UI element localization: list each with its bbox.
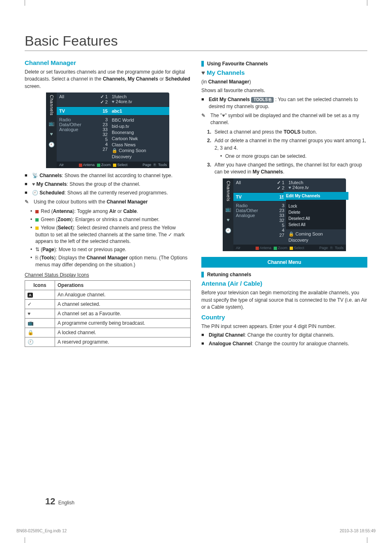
- tv1-c2-5: 4: [93, 142, 108, 147]
- table-row: 📺A programme currently being broadcast.: [25, 319, 191, 328]
- tv1-c1-2: Analogue: [59, 127, 89, 132]
- red-square-icon: [256, 247, 259, 250]
- tools-icon: ⎘: [35, 255, 38, 261]
- satellite-icon: 📡: [32, 173, 38, 178]
- b3a: Scheduled: [39, 190, 65, 196]
- heading-channel-manager: Channel Manager: [25, 59, 191, 66]
- table-row: 🕘A reserved programme.: [25, 337, 191, 347]
- tools-icon: ⎘: [154, 163, 156, 167]
- right-column: Using Favourite Channels ♥ My Channels (…: [201, 57, 367, 349]
- tv1-header: All ✓ 1 ✓ 2 1futech ♥24ore.tv: [57, 92, 169, 107]
- tv1-hl-no: 15: [91, 107, 109, 115]
- country-digital: Digital Channel: Change the country for …: [201, 332, 367, 339]
- document-footer: BN68-02589C_Eng.indb 12 2010-3-18 18:55:…: [16, 529, 376, 533]
- tv1-fav-names: 1futech ♥24ore.tv: [109, 92, 169, 106]
- tv1-c1-1: Data/Other: [59, 122, 89, 127]
- country-analogue: Analogue Channel: Change the country for…: [201, 340, 367, 347]
- page-number: 12 English: [45, 496, 74, 507]
- th-operations: Operations: [55, 281, 191, 290]
- heart-icon: ♥: [25, 309, 55, 319]
- tv1-sidebar: Channels 📺 ♥ 🕘: [46, 92, 57, 168]
- d-green: Green (Zoom): Enlarges or shrinks a chan…: [25, 216, 191, 223]
- left-column: Channel Manager Delete or set favourites…: [25, 57, 191, 349]
- note-colour-buttons: Using the colour buttons with the Channe…: [25, 199, 191, 206]
- clock-icon: 🕘: [225, 228, 231, 233]
- updown-icon: ⇅: [35, 247, 39, 252]
- th-icons: Icons: [25, 281, 55, 290]
- b2a: My Channels: [36, 181, 67, 187]
- tv1-side-label: Channels: [49, 95, 54, 116]
- heart-icon: ♥: [32, 181, 35, 187]
- section-bar-icon: [201, 272, 204, 277]
- tools-icon: ⎘: [330, 246, 332, 250]
- tv-screenshot-2: Channels 📺 ♥ 🕘 All ✓ 1 ✓ 2 1futech: [223, 178, 346, 252]
- table-header: Icons Operations: [25, 281, 191, 290]
- b1a: Channels: [39, 173, 62, 178]
- heading-my-channels: ♥ My Channels: [201, 69, 367, 76]
- crop-mark-top: [25, 0, 367, 6]
- tv2-menu-items: Lock Delete Deselect All Select All: [286, 201, 346, 229]
- two-column-layout: Channel Manager Delete or set favourites…: [25, 57, 367, 349]
- tv1-hl-name: abc1: [109, 107, 169, 115]
- intro-e: screen.: [25, 83, 41, 89]
- feature-bullets: 📡 Channels: Shows the channel list accor…: [25, 172, 191, 196]
- tv1-c3-3: Cartoon Nwk: [112, 136, 167, 142]
- tv2-fav-names: 1futech ♥24ore.tv: [286, 178, 346, 192]
- tv1-c2-3: 32: [93, 132, 108, 137]
- step-3: 3.After you have changed the settings, t…: [201, 162, 367, 176]
- tv1-c2-6: 27: [93, 147, 108, 152]
- tv1-c2-0: 3: [93, 117, 108, 122]
- tv2-c1: Radio Data/Other Analogue: [233, 201, 268, 245]
- tv1-fB: Zoom: [101, 163, 111, 167]
- table-row: ✓A channel selected.: [25, 300, 191, 309]
- d-tools: ⎘ (Tools): Displays the Channel Manager …: [25, 254, 191, 268]
- op-1: A channel selected.: [55, 300, 191, 309]
- tv2-popup-menu: Edit My Channels: [286, 193, 346, 201]
- heart-note: The "♥" symbol will be displayed and the…: [201, 112, 367, 126]
- yellow-square-icon: [35, 226, 39, 230]
- tv2-c3: Lock Delete Deselect All Select All 🔒Com…: [286, 201, 346, 245]
- tv2-side-label: Channels: [226, 181, 231, 201]
- op-4: A locked channel.: [55, 328, 191, 337]
- green-square-icon: [35, 218, 39, 222]
- tv2-all: All: [233, 178, 268, 192]
- red-square-icon: [35, 210, 39, 213]
- colour-button-list: Red (Antenna): Toggle among Air or Cable…: [25, 208, 191, 268]
- page-lang: English: [58, 500, 74, 506]
- menu-delete: Delete: [288, 209, 344, 215]
- tv1-all: All: [57, 92, 91, 106]
- tv2-pane: All ✓ 1 ✓ 2 1futech ♥24ore.tv TV 15: [233, 178, 346, 252]
- heart-icon: ♥: [226, 217, 229, 223]
- tv2-lock-row: 🔒Coming Soon: [288, 231, 344, 237]
- op-5: A reserved programme.: [55, 337, 191, 347]
- tv1-c3-1: bid-up.tv: [112, 123, 167, 129]
- tv2-highlight-row: TV 15 Edit My Channels: [233, 193, 346, 201]
- b1b: : Shows the channel list according to ch…: [62, 173, 173, 178]
- tv1-air: Air: [59, 163, 64, 167]
- page-title: Basic Features: [25, 33, 367, 51]
- tv1-footer: Air Antena Zoom Select Page ⎘ Tools: [57, 162, 169, 168]
- tv1-fav2-name: 24ore.tv: [116, 99, 132, 104]
- sec2: Retuning channels: [207, 272, 251, 277]
- heading-country: Country: [201, 314, 367, 321]
- doc-id: BN68-02589C_Eng.indb 12: [16, 529, 67, 533]
- tv1-c1-0: Radio: [59, 117, 89, 122]
- table-row: AAn Analogue channel.: [25, 290, 191, 300]
- tv-icon: 📺: [225, 206, 231, 212]
- analogue-icon: A: [25, 290, 55, 300]
- tv1-hl-label: TV: [57, 107, 91, 115]
- yellow-square-icon: [113, 164, 116, 167]
- intro-d: Scheduled: [165, 76, 190, 82]
- tv-icon: 📺: [48, 120, 55, 126]
- tv2-fav-nums: ✓ 1 ✓ 2: [268, 178, 286, 192]
- country-bullets: Digital Channel: Change the country for …: [201, 332, 367, 347]
- doc-timestamp: 2010-3-18 18:55:49: [340, 529, 376, 533]
- bullet-mychannels: ♥ My Channels: Shows the group of the ch…: [25, 181, 191, 188]
- lock-icon: 🔒: [288, 231, 294, 236]
- tv1-c3-6: Discovery: [112, 154, 167, 160]
- check-icon: ✓: [168, 232, 172, 238]
- tv2-header: All ✓ 1 ✓ 2 1futech ♥24ore.tv: [233, 178, 346, 193]
- step-2-sub: One or more groups can be selected.: [214, 153, 367, 160]
- tv2-last: Discovery: [288, 237, 344, 243]
- intro-b: Channels, My Channels: [103, 76, 158, 82]
